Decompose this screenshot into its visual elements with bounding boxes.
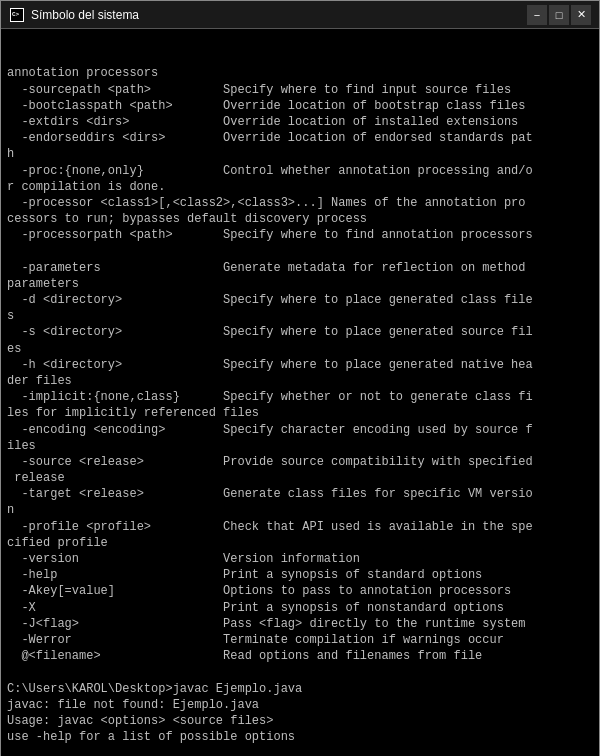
- terminal-line: release: [7, 470, 593, 486]
- terminal-line: n: [7, 502, 593, 518]
- terminal-line: [7, 745, 593, 756]
- terminal-line: -profile <profile> Check that API used i…: [7, 519, 593, 535]
- terminal-line: -target <release> Generate class files f…: [7, 486, 593, 502]
- terminal-line: -version Version information: [7, 551, 593, 567]
- terminal-line: use -help for a list of possible options: [7, 729, 593, 745]
- terminal-line: iles: [7, 438, 593, 454]
- terminal-line: h: [7, 146, 593, 162]
- window-controls: − □ ✕: [527, 5, 591, 25]
- terminal-line: -parameters Generate metadata for reflec…: [7, 260, 593, 276]
- terminal-line: -encoding <encoding> Specify character e…: [7, 422, 593, 438]
- minimize-button[interactable]: −: [527, 5, 547, 25]
- terminal-line: @<filename> Read options and filenames f…: [7, 648, 593, 664]
- terminal-line: -s <directory> Specify where to place ge…: [7, 324, 593, 340]
- terminal-line: r compilation is done.: [7, 179, 593, 195]
- terminal-line: -processorpath <path> Specify where to f…: [7, 227, 593, 243]
- terminal-line: les for implicitly referenced files: [7, 405, 593, 421]
- close-button[interactable]: ✕: [571, 5, 591, 25]
- terminal-line: -J<flag> Pass <flag> directly to the run…: [7, 616, 593, 632]
- terminal-line: javac: file not found: Ejemplo.java: [7, 697, 593, 713]
- terminal-line: -source <release> Provide source compati…: [7, 454, 593, 470]
- terminal-line: [7, 243, 593, 259]
- terminal-window: Símbolo del sistema − □ ✕ annotation pro…: [0, 0, 600, 756]
- terminal-line: der files: [7, 373, 593, 389]
- terminal-line: es: [7, 341, 593, 357]
- terminal-line: -bootclasspath <path> Override location …: [7, 98, 593, 114]
- title-bar-left: Símbolo del sistema: [9, 7, 139, 23]
- terminal-line: [7, 664, 593, 680]
- terminal-line: -d <directory> Specify where to place ge…: [7, 292, 593, 308]
- terminal-line: s: [7, 308, 593, 324]
- terminal-line: annotation processors: [7, 65, 593, 81]
- window-title: Símbolo del sistema: [31, 8, 139, 22]
- terminal-line: -implicit:{none,class} Specify whether o…: [7, 389, 593, 405]
- terminal-line: cified profile: [7, 535, 593, 551]
- terminal-line: -endorseddirs <dirs> Override location o…: [7, 130, 593, 146]
- title-bar: Símbolo del sistema − □ ✕: [1, 1, 599, 29]
- terminal-line: C:\Users\KAROL\Desktop>javac Ejemplo.jav…: [7, 681, 593, 697]
- cmd-window-icon: [9, 7, 25, 23]
- terminal-line: parameters: [7, 276, 593, 292]
- terminal-line: Usage: javac <options> <source files>: [7, 713, 593, 729]
- terminal-line: -proc:{none,only} Control whether annota…: [7, 163, 593, 179]
- terminal-line: -sourcepath <path> Specify where to find…: [7, 82, 593, 98]
- terminal-line: cessors to run; bypasses default discove…: [7, 211, 593, 227]
- terminal-line: -h <directory> Specify where to place ge…: [7, 357, 593, 373]
- terminal-line: -extdirs <dirs> Override location of ins…: [7, 114, 593, 130]
- terminal-line: -processor <class1>[,<class2>,<class3>..…: [7, 195, 593, 211]
- terminal-line: -help Print a synopsis of standard optio…: [7, 567, 593, 583]
- terminal-line: -X Print a synopsis of nonstandard optio…: [7, 600, 593, 616]
- terminal-line: -Werror Terminate compilation if warning…: [7, 632, 593, 648]
- maximize-button[interactable]: □: [549, 5, 569, 25]
- terminal-output: annotation processors -sourcepath <path>…: [1, 29, 599, 756]
- terminal-line: -Akey[=value] Options to pass to annotat…: [7, 583, 593, 599]
